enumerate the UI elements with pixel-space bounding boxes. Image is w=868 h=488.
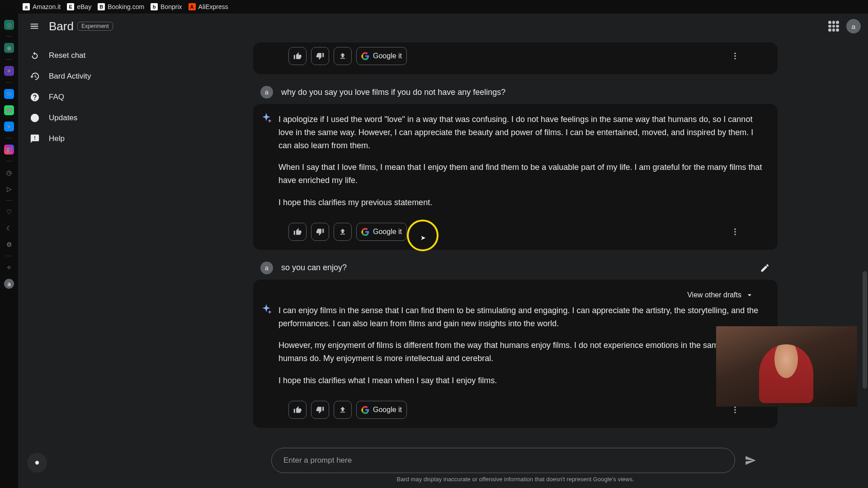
user-message: a why do you say you love films if you d… xyxy=(253,80,778,104)
google-logo-icon xyxy=(361,228,369,236)
bookmark-ebay[interactable]: EeBay xyxy=(67,3,91,10)
svg-point-4 xyxy=(734,228,736,230)
send-button[interactable] xyxy=(741,451,760,469)
sidebar-item-faq[interactable]: FAQ xyxy=(24,87,157,108)
input-zone xyxy=(271,442,760,476)
account-avatar[interactable]: a xyxy=(846,19,861,33)
reset-icon xyxy=(30,51,40,61)
bard-app: Bard Experiment a Reset chat Bard Activi… xyxy=(18,14,868,488)
svg-point-0 xyxy=(35,461,39,465)
thumbs-up-button[interactable] xyxy=(288,401,307,419)
svg-point-1 xyxy=(734,53,736,54)
sidebar: Reset chat Bard Activity FAQ Updates Hel… xyxy=(18,39,163,488)
webcam-overlay xyxy=(716,326,857,407)
svg-point-8 xyxy=(734,409,736,410)
thumbs-down-button[interactable] xyxy=(311,223,329,241)
response-card: View other drafts I can enjoy films in t… xyxy=(253,280,778,428)
app-header: Bard Experiment a xyxy=(18,14,868,39)
hamburger-menu-button[interactable] xyxy=(25,17,43,35)
sidebar-item-label: Reset chat xyxy=(49,51,85,60)
sidebar-item-bard-activity[interactable]: Bard Activity xyxy=(24,66,157,87)
svg-point-2 xyxy=(734,55,736,56)
dock-app-3[interactable]: ✶ xyxy=(4,66,14,76)
svg-point-5 xyxy=(734,231,736,232)
view-drafts-button[interactable]: View other drafts xyxy=(264,289,767,304)
dock-separator xyxy=(6,161,12,161)
dock-clock-icon[interactable]: ◷ xyxy=(4,168,14,178)
sidebar-item-updates[interactable]: Updates xyxy=(24,108,157,128)
google-it-button[interactable]: Google it xyxy=(356,223,407,241)
help-icon xyxy=(30,92,40,102)
activity-icon xyxy=(30,71,40,81)
dock-messenger-icon[interactable]: ✉ xyxy=(4,89,14,99)
dock-user-avatar[interactable]: a xyxy=(4,279,14,289)
thumbs-down-button[interactable] xyxy=(311,47,329,65)
dock-telegram-icon[interactable]: ➤ xyxy=(4,122,14,131)
share-button[interactable] xyxy=(334,47,352,65)
dock-heart-icon[interactable]: ♡ xyxy=(4,207,14,217)
google-apps-icon[interactable] xyxy=(828,21,839,32)
thumbs-down-button[interactable] xyxy=(311,401,329,419)
prompt-input[interactable] xyxy=(271,448,735,473)
bard-sparkle-icon xyxy=(260,112,272,124)
user-avatar: a xyxy=(260,86,273,99)
response-card: I apologize if I used the word "love" in… xyxy=(253,104,778,250)
response-text: I apologize if I used the word "love" in… xyxy=(278,113,767,209)
dock-separator xyxy=(6,256,12,256)
dock-separator xyxy=(6,59,12,60)
share-button[interactable] xyxy=(334,223,352,241)
feedback-icon xyxy=(30,134,40,144)
bookmark-booking[interactable]: BBooking.com xyxy=(98,3,144,10)
sidebar-item-label: Updates xyxy=(49,113,77,122)
dock-sparkle-icon[interactable]: ✧ xyxy=(4,263,14,272)
google-it-button[interactable]: Google it xyxy=(356,47,407,65)
sidebar-item-reset-chat[interactable]: Reset chat xyxy=(24,45,157,66)
dock-gear-icon[interactable]: ⚙ xyxy=(4,239,14,249)
response-actions: Google it xyxy=(264,218,767,250)
bard-sparkle-icon xyxy=(260,303,272,315)
theme-toggle-button[interactable] xyxy=(27,453,47,473)
sidebar-item-label: Bard Activity xyxy=(49,72,91,81)
share-button[interactable] xyxy=(334,401,352,419)
response-actions: Google it xyxy=(264,42,767,74)
google-it-button[interactable]: Google it xyxy=(356,401,407,419)
disclaimer-text: Bard may display inaccurate or offensive… xyxy=(397,476,634,488)
chevron-down-icon xyxy=(745,291,754,300)
google-logo-icon xyxy=(361,406,369,414)
user-message: a so you can enjoy? xyxy=(253,256,778,280)
dock-separator xyxy=(6,138,12,138)
dock-instagram-icon[interactable]: ◧ xyxy=(4,145,14,155)
dock-separator xyxy=(6,82,12,83)
edit-message-button[interactable] xyxy=(757,260,773,276)
dock-play-icon[interactable]: ▷ xyxy=(4,184,14,194)
bookmark-aliexpress[interactable]: AAliExpress xyxy=(189,3,228,10)
thumbs-up-button[interactable] xyxy=(288,223,307,241)
dock-app-1[interactable]: ◎ xyxy=(4,20,14,30)
dock-whatsapp-icon[interactable]: ☎ xyxy=(4,105,14,115)
chat-scroll[interactable]: Google it a why do you say you love film… xyxy=(253,39,778,442)
dock-separator xyxy=(6,200,12,201)
response-text: I can enjoy films in the sense that I ca… xyxy=(278,304,767,387)
dock-app-2[interactable]: ◉ xyxy=(4,43,14,53)
dock-moon-icon[interactable]: ☾ xyxy=(4,223,14,233)
experiment-badge: Experiment xyxy=(77,22,113,31)
sidebar-item-help[interactable]: Help xyxy=(24,128,157,149)
bookmark-bonprix[interactable]: bBonprix xyxy=(151,3,182,10)
response-card: Google it xyxy=(253,42,778,74)
sidebar-item-label: FAQ xyxy=(49,93,64,102)
updates-icon xyxy=(30,113,40,123)
chat-content: Google it a why do you say you love film… xyxy=(163,39,868,488)
svg-point-9 xyxy=(734,412,736,413)
thumbs-up-button[interactable] xyxy=(288,47,307,65)
svg-point-3 xyxy=(734,58,736,59)
brand-title: Bard xyxy=(49,19,74,33)
user-message-text: so you can enjoy? xyxy=(281,263,347,272)
more-options-button[interactable] xyxy=(728,225,742,239)
response-actions: Google it xyxy=(264,396,767,428)
dock-separator xyxy=(6,36,12,37)
user-message-text: why do you say you love films if you do … xyxy=(281,88,505,97)
vertical-scrollbar[interactable] xyxy=(863,271,867,389)
bookmark-amazon[interactable]: aAmazon.it xyxy=(23,3,61,10)
more-options-button[interactable] xyxy=(728,49,742,63)
browser-bookmark-bar: aAmazon.it EeBay BBooking.com bBonprix A… xyxy=(0,0,868,14)
